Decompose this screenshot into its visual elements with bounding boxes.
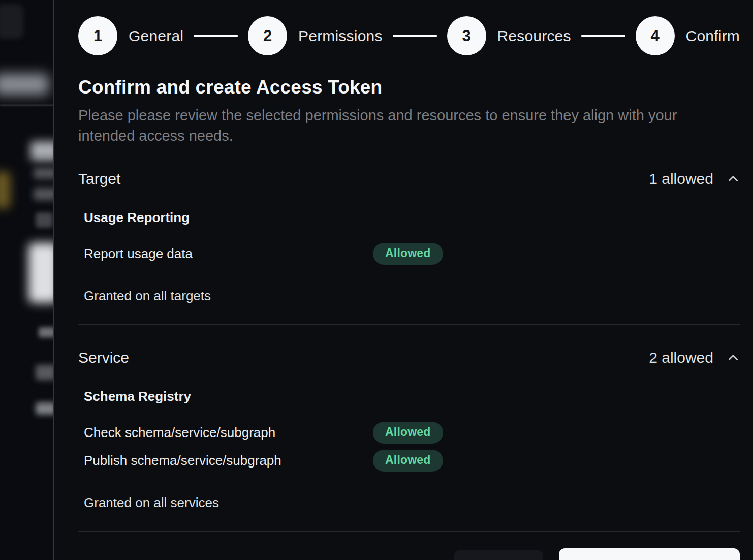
- blurred-text-line: [34, 188, 53, 200]
- permission-group-usage-reporting: Usage Reporting Report usage data Allowe…: [84, 210, 740, 265]
- chevron-up-icon[interactable]: [727, 172, 740, 185]
- step-permissions[interactable]: 2 Permissions: [248, 16, 383, 55]
- page-title: Confirm and create Access Token: [78, 77, 740, 98]
- permission-row: Report usage data Allowed: [84, 243, 740, 265]
- status-badge: Allowed: [373, 243, 443, 265]
- permission-label: Report usage data: [84, 246, 373, 262]
- section-divider: [78, 324, 740, 325]
- blurred-card: [28, 243, 53, 303]
- section-divider: [78, 531, 740, 532]
- step-label: Permissions: [298, 27, 383, 45]
- step-number-circle: 3: [447, 16, 486, 55]
- blurred-divider: [0, 105, 53, 106]
- blurred-accent-shape: [0, 172, 10, 208]
- step-confirm[interactable]: 4 Confirm: [636, 16, 740, 55]
- step-connector-line: [393, 35, 437, 37]
- allowed-count-label: 1 allowed: [649, 170, 713, 188]
- granted-note: Granted on all targets: [84, 288, 740, 304]
- permission-row: Publish schema/service/subgraph Allowed: [84, 450, 740, 472]
- blurred-text-line: [36, 365, 53, 380]
- granted-note: Granted on all services: [84, 495, 740, 511]
- step-number-circle: 1: [78, 16, 117, 55]
- status-badge: Allowed: [373, 450, 443, 472]
- section-header-target[interactable]: Target 1 allowed: [78, 170, 740, 188]
- section-allowed-count: 2 allowed: [649, 349, 740, 366]
- wizard-stepper: 1 General 2 Permissions 3 Resources 4 Co…: [78, 16, 740, 55]
- blurred-text-line: [36, 402, 53, 415]
- permission-group-schema-registry: Schema Registry Check schema/service/sub…: [84, 389, 740, 472]
- go-back-button[interactable]: Go back: [454, 550, 543, 560]
- blurred-heading-text: [30, 141, 53, 161]
- step-label: Resources: [497, 27, 571, 45]
- section-allowed-count: 1 allowed: [649, 170, 740, 188]
- create-access-token-modal: 1 General 2 Permissions 3 Resources 4 Co…: [53, 0, 753, 560]
- background-page-blur: [0, 0, 53, 560]
- section-header-service[interactable]: Service 2 allowed: [78, 349, 740, 366]
- step-resources[interactable]: 3 Resources: [447, 16, 571, 55]
- permission-label: Check schema/service/subgraph: [84, 425, 373, 441]
- blurred-text-line: [39, 327, 53, 337]
- section-title: Service: [78, 349, 129, 366]
- blurred-text-line: [34, 168, 53, 179]
- section-title: Target: [78, 170, 120, 188]
- step-number-circle: 2: [248, 16, 287, 55]
- permission-row: Check schema/service/subgraph Allowed: [84, 422, 740, 444]
- blurred-icon: [36, 212, 53, 228]
- permission-label: Publish schema/service/subgraph: [84, 453, 373, 469]
- chevron-up-icon[interactable]: [727, 351, 740, 364]
- page-subtitle: Please please review the selected permis…: [78, 105, 703, 146]
- step-label: Confirm: [686, 27, 740, 45]
- permission-group-title: Schema Registry: [84, 389, 740, 405]
- step-number-circle: 4: [636, 16, 675, 55]
- blurred-logo: [0, 4, 23, 39]
- modal-footer: Go back Create Access Token: [78, 548, 740, 560]
- step-connector-line: [581, 35, 625, 37]
- create-access-token-button[interactable]: Create Access Token: [559, 548, 740, 560]
- allowed-count-label: 2 allowed: [649, 349, 713, 366]
- step-label: General: [129, 27, 183, 45]
- blurred-nav-text: [0, 74, 49, 95]
- permission-group-title: Usage Reporting: [84, 210, 740, 226]
- step-connector-line: [194, 35, 238, 37]
- status-badge: Allowed: [373, 422, 443, 444]
- step-general[interactable]: 1 General: [78, 16, 183, 55]
